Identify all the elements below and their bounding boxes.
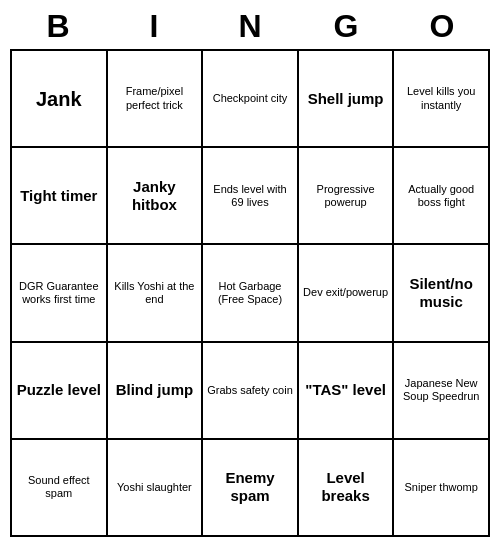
bingo-cell[interactable]: Hot Garbage (Free Space)	[203, 245, 299, 342]
bingo-cell[interactable]: Blind jump	[108, 343, 204, 440]
bingo-cell[interactable]: Sniper thwomp	[394, 440, 490, 537]
bingo-header: BINGO	[10, 0, 490, 49]
cell-text: Grabs safety coin	[207, 384, 293, 397]
header-letter: O	[398, 8, 486, 45]
cell-text: Blind jump	[116, 381, 194, 399]
cell-text: "TAS" level	[305, 381, 386, 399]
cell-text: Sniper thwomp	[405, 481, 478, 494]
cell-text: Sound effect spam	[16, 474, 102, 500]
header-letter: B	[14, 8, 102, 45]
cell-text: Janky hitbox	[112, 178, 198, 214]
bingo-cell[interactable]: Tight timer	[12, 148, 108, 245]
bingo-cell[interactable]: Ends level with 69 lives	[203, 148, 299, 245]
bingo-grid: JankFrame/pixel perfect trickCheckpoint …	[10, 49, 490, 537]
bingo-cell[interactable]: Puzzle level	[12, 343, 108, 440]
bingo-cell[interactable]: Jank	[12, 51, 108, 148]
bingo-cell[interactable]: Frame/pixel perfect trick	[108, 51, 204, 148]
cell-text: Checkpoint city	[213, 92, 288, 105]
cell-text: Japanese New Soup Speedrun	[398, 377, 484, 403]
cell-text: Progressive powerup	[303, 183, 389, 209]
cell-text: Dev exit/powerup	[303, 286, 388, 299]
cell-text: DGR Guarantee works first time	[16, 280, 102, 306]
bingo-cell[interactable]: Silent/no music	[394, 245, 490, 342]
bingo-cell[interactable]: Kills Yoshi at the end	[108, 245, 204, 342]
bingo-cell[interactable]: Yoshi slaughter	[108, 440, 204, 537]
bingo-cell[interactable]: Japanese New Soup Speedrun	[394, 343, 490, 440]
bingo-cell[interactable]: Progressive powerup	[299, 148, 395, 245]
cell-text: Tight timer	[20, 187, 97, 205]
cell-text: Frame/pixel perfect trick	[112, 85, 198, 111]
cell-text: Level kills you instantly	[398, 85, 484, 111]
bingo-cell[interactable]: Dev exit/powerup	[299, 245, 395, 342]
header-letter: G	[302, 8, 390, 45]
bingo-cell[interactable]: Sound effect spam	[12, 440, 108, 537]
cell-text: Hot Garbage (Free Space)	[207, 280, 293, 306]
cell-text: Puzzle level	[17, 381, 101, 399]
bingo-cell[interactable]: DGR Guarantee works first time	[12, 245, 108, 342]
cell-text: Shell jump	[308, 90, 384, 108]
cell-text: Kills Yoshi at the end	[112, 280, 198, 306]
header-letter: N	[206, 8, 294, 45]
bingo-cell[interactable]: Level breaks	[299, 440, 395, 537]
cell-text: Actually good boss fight	[398, 183, 484, 209]
bingo-cell[interactable]: "TAS" level	[299, 343, 395, 440]
bingo-cell[interactable]: Janky hitbox	[108, 148, 204, 245]
header-letter: I	[110, 8, 198, 45]
cell-text: Ends level with 69 lives	[207, 183, 293, 209]
bingo-cell[interactable]: Grabs safety coin	[203, 343, 299, 440]
bingo-cell[interactable]: Shell jump	[299, 51, 395, 148]
bingo-cell[interactable]: Level kills you instantly	[394, 51, 490, 148]
bingo-cell[interactable]: Enemy spam	[203, 440, 299, 537]
cell-text: Level breaks	[303, 469, 389, 505]
cell-text: Silent/no music	[398, 275, 484, 311]
cell-text: Yoshi slaughter	[117, 481, 192, 494]
bingo-cell[interactable]: Actually good boss fight	[394, 148, 490, 245]
cell-text: Jank	[36, 87, 82, 111]
bingo-cell[interactable]: Checkpoint city	[203, 51, 299, 148]
cell-text: Enemy spam	[207, 469, 293, 505]
